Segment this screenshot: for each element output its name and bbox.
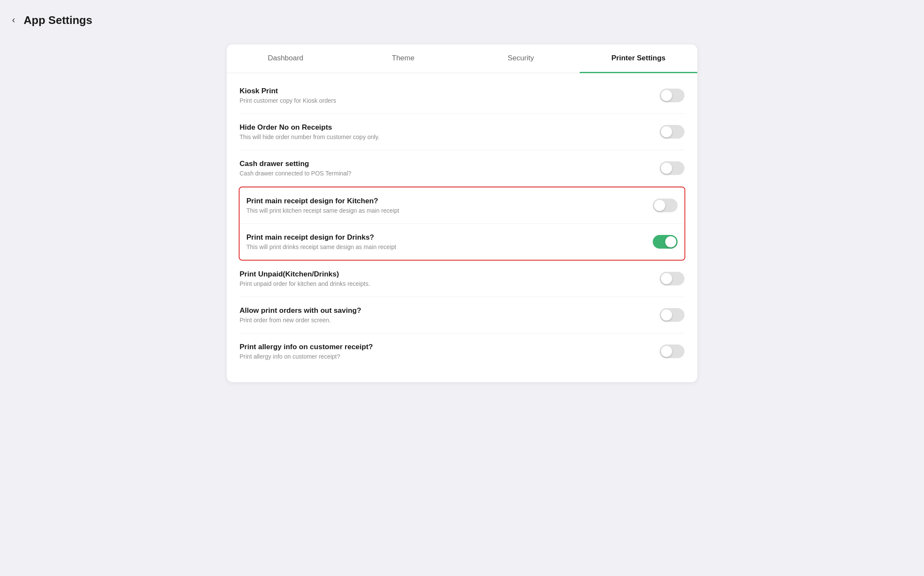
tab-dashboard[interactable]: Dashboard xyxy=(227,45,344,73)
tab-printer-settings[interactable]: Printer Settings xyxy=(580,45,697,73)
toggle-kiosk-print[interactable] xyxy=(660,89,684,102)
setting-label-drinks-receipt: Print main receipt design for Drinks? xyxy=(246,233,640,242)
setting-label-print-without-saving: Allow print orders with out saving? xyxy=(240,306,647,315)
setting-desc-kitchen-receipt: This will print kitchen receipt same des… xyxy=(246,207,640,214)
tab-security[interactable]: Security xyxy=(462,45,580,73)
setting-desc-print-unpaid: Print unpaid order for kitchen and drink… xyxy=(240,280,647,287)
setting-desc-drinks-receipt: This will print drinks receipt same desi… xyxy=(246,243,640,250)
setting-row-drinks-receipt: Print main receipt design for Drinks? Th… xyxy=(240,224,684,260)
setting-row-hide-order-no: Hide Order No on Receipts This will hide… xyxy=(240,114,684,150)
setting-label-kitchen-receipt: Print main receipt design for Kitchen? xyxy=(246,197,640,205)
setting-desc-hide-order-no: This will hide order number from custome… xyxy=(240,134,647,140)
toggle-hide-order-no[interactable] xyxy=(660,125,684,139)
setting-desc-kiosk-print: Print customer copy for Kiosk orders xyxy=(240,97,647,104)
main-card: Dashboard Theme Security Printer Setting… xyxy=(227,45,697,382)
app-header: ‹ App Settings xyxy=(9,9,915,32)
tabs-bar: Dashboard Theme Security Printer Setting… xyxy=(227,45,697,73)
back-button[interactable]: ‹ xyxy=(9,13,18,27)
setting-row-kiosk-print: Kiosk Print Print customer copy for Kios… xyxy=(240,77,684,114)
setting-row-kitchen-receipt: Print main receipt design for Kitchen? T… xyxy=(240,187,684,224)
setting-label-print-allergy: Print allergy info on customer receipt? xyxy=(240,343,647,351)
toggle-print-allergy[interactable] xyxy=(660,344,684,358)
toggle-kitchen-receipt[interactable] xyxy=(653,199,678,212)
setting-label-print-unpaid: Print Unpaid(Kitchen/Drinks) xyxy=(240,270,647,279)
toggle-print-without-saving[interactable] xyxy=(660,308,684,322)
page-title: App Settings xyxy=(24,14,92,27)
setting-label-kiosk-print: Kiosk Print xyxy=(240,87,647,95)
setting-label-cash-drawer: Cash drawer setting xyxy=(240,160,647,168)
setting-row-print-unpaid: Print Unpaid(Kitchen/Drinks) Print unpai… xyxy=(240,261,684,297)
setting-label-hide-order-no: Hide Order No on Receipts xyxy=(240,123,647,132)
tab-theme[interactable]: Theme xyxy=(344,45,462,73)
settings-list: Kiosk Print Print customer copy for Kios… xyxy=(227,73,697,382)
setting-desc-cash-drawer: Cash drawer connected to POS Terminal? xyxy=(240,170,647,177)
setting-row-cash-drawer: Cash drawer setting Cash drawer connecte… xyxy=(240,150,684,187)
toggle-cash-drawer[interactable] xyxy=(660,161,684,175)
highlighted-section: Print main receipt design for Kitchen? T… xyxy=(239,187,685,261)
setting-desc-print-allergy: Print allergy info on customer receipt? xyxy=(240,353,647,360)
toggle-drinks-receipt[interactable] xyxy=(653,235,678,249)
setting-desc-print-without-saving: Print order from new order screen. xyxy=(240,317,647,324)
toggle-print-unpaid[interactable] xyxy=(660,272,684,285)
setting-row-print-allergy: Print allergy info on customer receipt? … xyxy=(240,333,684,369)
setting-row-print-without-saving: Allow print orders with out saving? Prin… xyxy=(240,297,684,333)
